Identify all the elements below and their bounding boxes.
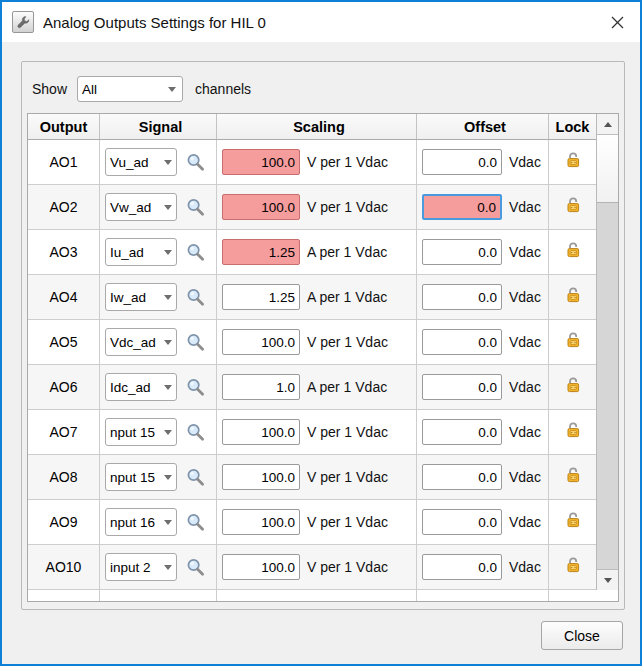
signal-select[interactable]: nput 15 <box>105 418 177 446</box>
chevron-down-icon <box>160 419 176 445</box>
show-label: Show <box>32 81 67 97</box>
search-icon[interactable] <box>185 377 206 398</box>
scaling-unit: A per 1 Vdac <box>307 244 387 260</box>
search-icon[interactable] <box>185 197 206 218</box>
scaling-input[interactable] <box>222 509 300 535</box>
lock-cell <box>549 320 596 364</box>
unlocked-padlock-icon[interactable] <box>564 241 582 263</box>
scroll-down-button[interactable] <box>597 569 618 590</box>
search-icon[interactable] <box>185 467 206 488</box>
vertical-scrollbar[interactable] <box>596 114 618 590</box>
unlocked-padlock-icon[interactable] <box>564 376 582 398</box>
output-cell: AO4 <box>28 275 100 319</box>
unlocked-padlock-icon[interactable] <box>564 511 582 533</box>
search-icon[interactable] <box>185 512 206 533</box>
scaling-unit: V per 1 Vdac <box>307 199 388 215</box>
offset-unit: Vdac <box>509 334 541 350</box>
scaling-cell: A per 1 Vdac <box>217 230 417 274</box>
unlocked-padlock-icon[interactable] <box>564 556 582 578</box>
signal-select[interactable]: Vdc_ad <box>105 328 177 356</box>
close-icon[interactable] <box>602 8 632 36</box>
search-icon[interactable] <box>185 332 206 353</box>
search-icon[interactable] <box>185 242 206 263</box>
signal-cell: Idc_ad <box>100 365 217 409</box>
search-icon[interactable] <box>185 287 206 308</box>
signal-select[interactable]: Idc_ad <box>105 373 177 401</box>
search-icon[interactable] <box>185 152 206 173</box>
signal-value: Vdc_ad <box>106 335 160 350</box>
scaling-unit: V per 1 Vdac <box>307 559 388 575</box>
signal-select[interactable]: input 2 <box>105 553 177 581</box>
offset-input[interactable] <box>422 329 502 355</box>
scaling-input[interactable] <box>222 194 300 220</box>
offset-cell: Vdac <box>417 230 549 274</box>
signal-select[interactable]: Iu_ad <box>105 238 177 266</box>
offset-input[interactable] <box>422 239 502 265</box>
search-icon[interactable] <box>185 557 206 578</box>
unlocked-padlock-icon[interactable] <box>564 466 582 488</box>
scaling-input[interactable] <box>222 374 300 400</box>
scrollbar-thumb[interactable] <box>597 135 618 203</box>
output-cell: AO9 <box>28 500 100 544</box>
scaling-input[interactable] <box>222 419 300 445</box>
signal-select[interactable]: nput 15 <box>105 463 177 491</box>
chevron-down-icon <box>160 239 176 265</box>
scrollbar-track[interactable] <box>597 203 618 569</box>
offset-input[interactable] <box>422 149 502 175</box>
signal-select[interactable]: nput 16 <box>105 508 177 536</box>
signal-value: nput 16 <box>106 515 160 530</box>
outputs-table: Output Signal Scaling Offset Lock AO1 Vu… <box>27 113 619 602</box>
unlocked-padlock-icon[interactable] <box>564 196 582 218</box>
scaling-unit: A per 1 Vdac <box>307 289 387 305</box>
signal-select[interactable]: Vu_ad <box>105 148 177 176</box>
signal-select[interactable]: Vw_ad <box>105 193 177 221</box>
header-offset: Offset <box>417 114 549 139</box>
channel-filter-row: Show All channels <box>32 76 251 102</box>
scaling-input[interactable] <box>222 284 300 310</box>
lock-cell <box>549 365 596 409</box>
offset-input[interactable] <box>422 509 502 535</box>
arrow-up-icon <box>604 122 612 127</box>
table-header-row: Output Signal Scaling Offset Lock <box>28 114 596 140</box>
lock-cell <box>549 455 596 499</box>
channel-filter-select[interactable]: All <box>77 76 183 102</box>
table-row: AO4 Iw_ad A per 1 Vdac Vdac <box>28 275 596 320</box>
table-main-column: Output Signal Scaling Offset Lock AO1 Vu… <box>28 114 596 601</box>
scaling-cell: V per 1 Vdac <box>217 500 417 544</box>
output-label: AO6 <box>49 379 77 395</box>
offset-input[interactable] <box>422 374 502 400</box>
offset-input[interactable] <box>422 419 502 445</box>
unlocked-padlock-icon[interactable] <box>564 286 582 308</box>
offset-input[interactable] <box>422 554 502 580</box>
signal-select[interactable]: Iw_ad <box>105 283 177 311</box>
close-button[interactable]: Close <box>541 621 623 650</box>
scaling-input[interactable] <box>222 149 300 175</box>
scaling-input[interactable] <box>222 464 300 490</box>
output-label: AO5 <box>49 334 77 350</box>
offset-input[interactable] <box>422 194 502 220</box>
unlocked-padlock-icon[interactable] <box>564 331 582 353</box>
lock-cell <box>549 410 596 454</box>
scroll-up-button[interactable] <box>597 114 618 135</box>
signal-cell: Iu_ad <box>100 230 217 274</box>
signal-cell: Iw_ad <box>100 275 217 319</box>
offset-input[interactable] <box>422 464 502 490</box>
table-row: AO5 Vdc_ad V per 1 Vdac Vdac <box>28 320 596 365</box>
offset-unit: Vdac <box>509 469 541 485</box>
unlocked-padlock-icon[interactable] <box>564 151 582 173</box>
output-cell: AO3 <box>28 230 100 274</box>
offset-unit: Vdac <box>509 289 541 305</box>
scaling-input[interactable] <box>222 554 300 580</box>
offset-unit: Vdac <box>509 154 541 170</box>
scaling-input[interactable] <box>222 239 300 265</box>
unlocked-padlock-icon[interactable] <box>564 421 582 443</box>
scaling-cell: V per 1 Vdac <box>217 185 417 229</box>
output-label: AO4 <box>49 289 77 305</box>
lock-cell <box>549 545 596 589</box>
table-row: AO2 Vw_ad V per 1 Vdac Vdac <box>28 185 596 230</box>
scaling-input[interactable] <box>222 329 300 355</box>
scaling-unit: V per 1 Vdac <box>307 469 388 485</box>
search-icon[interactable] <box>185 422 206 443</box>
table-row: AO1 Vu_ad V per 1 Vdac Vdac <box>28 140 596 185</box>
offset-input[interactable] <box>422 284 502 310</box>
